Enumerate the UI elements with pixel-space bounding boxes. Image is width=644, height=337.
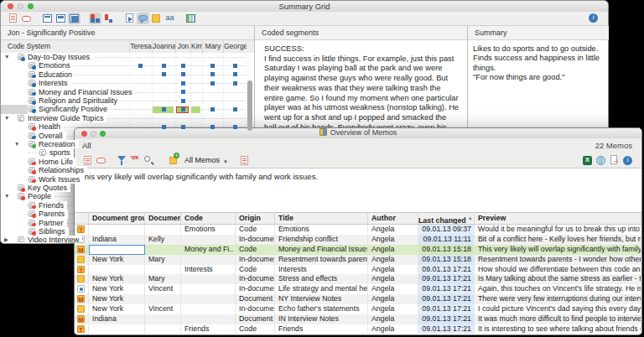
cell-document[interactable] [145,324,181,334]
summary-text[interactable]: Likes to do sports and to go outside. Fi… [473,44,604,137]
cell-document[interactable]: Kelly [145,235,181,245]
column-header-Document[interactable]: Document [145,213,181,224]
cell-author[interactable]: Angela [368,314,418,324]
code-row-money-and-financial-issues[interactable]: Money and Financial Issues [1,88,254,96]
coded-segment-dot[interactable] [162,107,166,111]
search-icon[interactable] [143,154,155,166]
coded-segment-dot[interactable] [181,99,185,103]
coded-segment-dot[interactable] [181,107,185,111]
cell-document[interactable] [145,245,181,255]
memo-dot-icon[interactable] [77,285,85,293]
cell-title[interactable]: Emotions [275,225,368,235]
cell-document[interactable] [145,294,181,304]
coded-segment-dot[interactable] [181,81,185,86]
expand-arrow-icon[interactable]: ▼ [4,53,9,61]
cell-origin[interactable]: In-document [236,274,275,284]
layout-top-icon[interactable] [41,13,54,24]
coded-segment-dot[interactable] [233,107,237,111]
memo-table[interactable]: Document groupDocumentCodeOriginTitleAut… [75,213,641,334]
cell-document-group[interactable]: New York [89,304,145,314]
cell-title[interactable]: Stress and effects [275,274,368,284]
expand-arrow-icon[interactable]: ▼ [14,140,19,148]
new-memo-icon[interactable] [168,154,180,166]
cell-origin[interactable]: In-document [236,235,275,245]
comment-icon[interactable] [137,13,149,24]
html-export-icon[interactable] [595,154,607,166]
coded-segment-dot[interactable] [162,64,166,68]
memo-row[interactable]: New YorkMaryIn-documentStress and effect… [75,274,641,284]
cell-author[interactable]: Angela [368,225,418,235]
cell-document-group[interactable]: New York [89,284,145,294]
info-icon[interactable] [587,12,600,23]
cell-code[interactable]: Money and Fi.. [181,245,236,255]
column-header-icon[interactable] [75,213,89,224]
person-column-joanna[interactable]: Joanna [152,40,175,53]
cell-document-group[interactable]: Indiana [89,235,145,245]
cell-title[interactable]: Friends [275,324,368,334]
cell-preview[interactable]: Is Mary talking about the same stress as… [475,274,641,284]
code-matrix-icon[interactable] [89,13,101,24]
cell-title[interactable]: IN Interview Notes [275,314,368,324]
cell-origin[interactable]: Document group [236,294,275,304]
cell-document[interactable]: Mary [145,274,181,284]
eraser-icon[interactable] [95,154,107,166]
cell-preview[interactable]: Would it be meaningful for us to break t… [475,225,641,235]
summary-table-icon[interactable] [184,13,197,24]
cell-document-group[interactable] [89,324,145,334]
cell-document[interactable]: Vincent [145,304,181,314]
cell-last-changed[interactable]: 09.01.13 11:11 [418,235,475,245]
cell-title[interactable]: Resentment towards parents [275,255,368,265]
cell-author[interactable]: Angela [368,324,418,334]
memo-question-icon[interactable]: ? [77,266,85,273]
coded-segment-dot[interactable] [162,125,166,129]
code-row-education[interactable]: Education [1,70,254,79]
cell-origin[interactable]: In-document [236,255,275,265]
code-row-interview-guide-topics[interactable]: ▼Interview Guide Topics [1,114,254,122]
export-icon[interactable] [608,154,621,166]
info-icon[interactable] [621,154,634,166]
cell-code[interactable] [181,294,236,304]
cell-author[interactable]: Angela [368,235,418,245]
cell-author[interactable]: Angela [368,255,418,265]
cell-last-changed[interactable]: 09.01.13 17:21 [418,294,475,304]
collapse-arrow-icon[interactable]: ▶ [4,236,8,242]
column-header-Author[interactable]: Author [368,213,418,224]
cell-origin[interactable]: Code [236,245,275,255]
person-column-teresa[interactable]: Teresa [129,40,152,53]
cell-origin[interactable]: In-document [236,284,275,294]
memo-M-icon[interactable]: M [77,246,85,253]
coded-segment-dot[interactable] [233,64,237,68]
cell-author[interactable]: Angela [368,304,418,314]
coded-segment-dot[interactable] [181,72,185,76]
cell-document-group[interactable]: New York [89,274,145,284]
memo-T-icon[interactable]: T [77,325,85,333]
expand-arrow-icon[interactable]: ▼ [4,192,9,200]
cell-document-group[interactable]: New York [89,255,145,265]
person-column-jon[interactable]: Jon [175,40,190,53]
cell-last-changed[interactable]: 09.01.13 09:37 [418,225,475,235]
cell-title[interactable]: Life strategy and mental health [275,284,368,294]
memo-row[interactable]: IndianaKellyIn-documentFriendship confli… [75,235,641,245]
cell-origin[interactable]: Code [236,324,275,334]
open-document-icon[interactable] [7,13,19,24]
memo-M-icon[interactable]: M [77,315,85,323]
memo-preview-text[interactable]: This very likely will overlap significan… [75,168,641,213]
coded-segment-dot[interactable] [162,72,166,76]
document-icon[interactable] [81,154,94,166]
cell-document[interactable] [145,265,181,275]
memo-row[interactable]: New YorkMaryIn-documentResentment toward… [75,255,641,265]
coded-segment-dot[interactable] [138,64,143,68]
expand-arrow-icon[interactable]: ▼ [4,114,9,122]
cell-document-group[interactable] [89,245,145,255]
cell-author[interactable]: Angela [368,294,418,304]
coded-segment-dot[interactable] [210,72,215,76]
cell-origin[interactable]: Code [236,265,275,275]
column-header-Last changed[interactable]: Last changed▲ [418,213,475,224]
memo-row[interactable]: ?EmotionsCodeEmotionsAngela09.01.13 09:3… [75,225,641,235]
cell-last-changed[interactable]: 09.01.13 15:18 [418,245,475,255]
cell-code[interactable] [181,255,236,265]
cell-document-group[interactable]: Indiana [89,314,145,324]
cell-author[interactable]: Angela [368,245,418,255]
cell-preview[interactable]: Resentment towards parents - I wonder ho… [475,255,641,265]
memo-row[interactable]: ?InterestsCodeInterestsAngela09.01.13 17… [75,265,641,275]
